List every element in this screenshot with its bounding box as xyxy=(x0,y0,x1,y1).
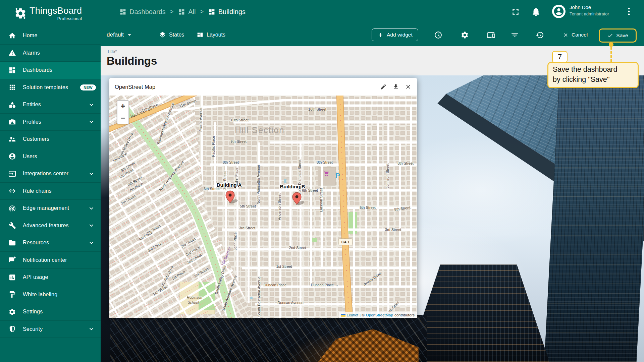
brand-edition: Professional xyxy=(30,16,82,21)
sidebar-item-dashboards[interactable]: Dashboards xyxy=(0,62,101,79)
close-widget-icon[interactable] xyxy=(405,83,412,90)
street-label: Robinson xyxy=(187,295,202,299)
sidebar-item-settings[interactable]: Settings xyxy=(0,303,101,321)
breadcrumb-label: Buildings xyxy=(218,8,246,16)
new-badge: NEW xyxy=(80,84,96,90)
sidebar-item-label: Notification center xyxy=(23,257,67,263)
edit-widget-icon[interactable] xyxy=(380,83,387,90)
sidebar-item-security[interactable]: Security xyxy=(0,321,101,338)
sidebar-item-profiles[interactable]: Profiles xyxy=(0,114,101,131)
sidebar-item-entities[interactable]: Entities xyxy=(0,96,101,114)
sidebar-item-resources[interactable]: Resources xyxy=(0,234,101,252)
entity-aliases-button[interactable] xyxy=(484,28,497,42)
sidebar-item-customers[interactable]: Customers xyxy=(0,131,101,148)
filter-icon xyxy=(511,31,519,39)
thingsboard-app: Dashboards>All>Buildings John Doe Tenant… xyxy=(0,0,644,362)
attribution-separator: | © xyxy=(360,313,365,317)
check-icon xyxy=(607,33,613,39)
version-control-button[interactable] xyxy=(533,28,546,42)
dashboard-icon xyxy=(8,66,16,74)
sidebar-item-label: Profiles xyxy=(23,119,41,125)
title-field-label: Title* xyxy=(107,49,117,54)
filters-button[interactable] xyxy=(508,28,521,42)
street-label: 8th Street xyxy=(317,160,333,164)
user-role: Tenant administrator xyxy=(570,11,609,16)
sidebar-item-integrations-center[interactable]: Integrations center xyxy=(0,165,101,183)
sidebar-item-label: Users xyxy=(23,154,37,160)
chevron-down-icon xyxy=(88,325,95,333)
sidebar-item-advanced-features[interactable]: Advanced features xyxy=(0,217,101,235)
sidebar-item-home[interactable]: Home xyxy=(0,27,101,45)
map-zoom-control: + − xyxy=(117,100,129,124)
map-canvas[interactable]: P Manhattan Be11th Place11th StreetHighv… xyxy=(109,96,417,318)
widget-title: OpenStreet Map xyxy=(115,84,155,90)
layouts-button-label: Layouts xyxy=(207,32,225,38)
street-label: 5th Street xyxy=(240,204,256,208)
street-label: John Place xyxy=(233,232,237,250)
widget-actions xyxy=(380,83,412,90)
street-label: Anderson Street xyxy=(277,193,281,220)
notifications-bell-icon[interactable] xyxy=(531,7,541,17)
sidebar-item-alarms[interactable]: Alarms xyxy=(0,45,101,62)
breadcrumb: Dashboards>All>Buildings xyxy=(119,0,246,23)
logo[interactable]: ThingsBoard Professional xyxy=(0,0,101,27)
alarm-icon xyxy=(8,49,16,57)
customers-icon xyxy=(8,135,16,143)
map-area: P Manhattan Be11th Place11th StreetHighv… xyxy=(109,96,417,318)
breadcrumb-item-buildings[interactable]: Buildings xyxy=(208,8,246,16)
street-label: 5th Street xyxy=(360,205,376,209)
edge-icon xyxy=(8,204,16,212)
dashboard-settings-button[interactable] xyxy=(458,28,471,42)
street-label: 8th Street xyxy=(397,161,414,165)
openstreetmap-link[interactable]: OpenStreetMap xyxy=(366,313,393,317)
sidebar-item-notification-center[interactable]: Notification center xyxy=(0,252,101,269)
layouts-button[interactable]: Layouts xyxy=(197,23,225,46)
layers-icon xyxy=(159,31,166,38)
street-label: School xyxy=(187,300,199,304)
states-button[interactable]: States xyxy=(159,23,184,46)
breadcrumb-item-dashboards[interactable]: Dashboards xyxy=(119,8,166,16)
sidebar-item-label: Integrations center xyxy=(23,171,68,177)
breadcrumb-item-all[interactable]: All xyxy=(178,8,196,16)
home-icon xyxy=(8,32,16,40)
street-label: 8th Street xyxy=(223,160,239,164)
page-title[interactable]: Buildings xyxy=(107,55,157,67)
timewindow-button[interactable] xyxy=(431,28,445,42)
layouts-icon xyxy=(197,31,204,38)
shield-icon xyxy=(8,325,16,333)
state-selector[interactable]: default xyxy=(107,23,133,46)
paint-icon xyxy=(8,291,16,298)
devices-icon xyxy=(487,31,495,39)
sidebar-item-rule-chains[interactable]: Rule chains xyxy=(0,183,101,200)
sidebar-item-api-usage[interactable]: API usage xyxy=(0,269,101,286)
sidebar-item-edge-management[interactable]: Edge management xyxy=(0,200,101,217)
add-widget-label: Add widget xyxy=(387,32,413,38)
zoom-in-button[interactable]: + xyxy=(117,101,128,112)
cancel-button[interactable]: Cancel xyxy=(559,28,592,41)
clock-icon xyxy=(434,31,442,39)
leaflet-link[interactable]: Leaflet xyxy=(347,313,359,317)
sidebar-item-users[interactable]: Users xyxy=(0,148,101,166)
sidebar-item-white-labeling[interactable]: White labeling xyxy=(0,286,101,304)
add-widget-button[interactable]: Add widget xyxy=(372,28,418,41)
chevron-down-icon xyxy=(88,222,95,229)
avatar[interactable] xyxy=(552,5,566,18)
user-menu[interactable]: John Doe Tenant administrator xyxy=(570,4,609,16)
breadcrumb-label: Dashboards xyxy=(129,8,166,16)
plus-icon xyxy=(377,32,384,38)
sidebar-item-label: Advanced features xyxy=(23,223,69,229)
save-button-highlight: Save xyxy=(599,28,637,43)
chart-icon xyxy=(8,274,16,281)
zoom-out-button[interactable]: − xyxy=(117,112,128,124)
sidebar-item-label: Home xyxy=(23,33,37,39)
chevron-down-icon xyxy=(88,170,95,178)
save-button[interactable]: Save xyxy=(600,29,636,42)
chevron-down-icon xyxy=(88,204,95,212)
sidebar-item-solution-templates[interactable]: Solution templatesNEW xyxy=(0,79,101,97)
more-menu-icon[interactable] xyxy=(624,6,634,16)
download-widget-icon[interactable] xyxy=(392,83,399,90)
openstreet-map-widget: OpenStreet Map xyxy=(109,78,417,318)
fullscreen-icon[interactable] xyxy=(511,7,521,17)
sidebar-item-label: Settings xyxy=(23,309,43,315)
attribution-suffix: contributors xyxy=(394,313,415,317)
